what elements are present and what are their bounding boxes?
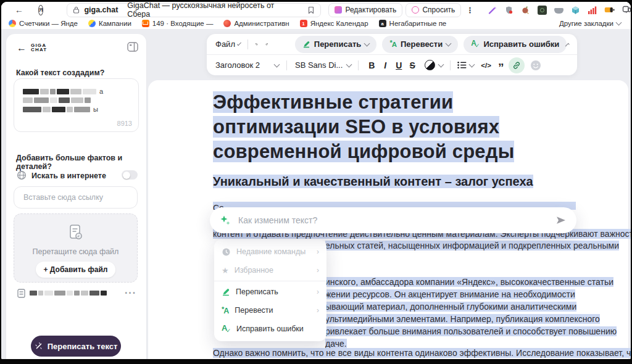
menu-item-fix-errors[interactable]: A✓ Исправить ошибки <box>214 320 326 338</box>
pen-extension-icon[interactable] <box>488 6 497 15</box>
chevron-down-icon <box>616 20 622 26</box>
file-icon <box>17 289 25 298</box>
sidebar-back-icon[interactable]: ← <box>17 43 27 53</box>
edit-icon <box>335 6 342 14</box>
chevron-right-icon: › <box>317 287 319 296</box>
calendar-favicon: 1 <box>300 20 307 27</box>
star-icon: ★ <box>222 266 229 275</box>
rewrite-text-cta[interactable]: Переписать текст <box>31 336 121 357</box>
font-select[interactable]: SB Sans Di... <box>295 60 343 70</box>
file-dropzone[interactable]: Перетащите сюда файл + Добавить файл <box>14 213 138 283</box>
command-input[interactable] <box>237 215 555 226</box>
document-title: Эффективные стратегии оптимизации SEO в … <box>213 90 514 164</box>
shield-extension-icon[interactable] <box>504 6 514 15</box>
code-button[interactable]: </> <box>481 62 491 69</box>
translate-button[interactable]: *A Перевести <box>382 36 458 53</box>
mail-favicon <box>142 20 149 27</box>
link-button[interactable] <box>509 57 525 73</box>
link-input-wrap <box>14 186 138 209</box>
tabs-extension-icon[interactable] <box>622 6 631 14</box>
lock-icon <box>73 6 80 14</box>
text-color-button[interactable] <box>425 60 435 70</box>
quote-button[interactable]: ” <box>498 65 504 71</box>
bookmarks-bar: Счетчики — Янде Кампании 149 · Входящие … <box>1 18 631 30</box>
command-menu: Недавние команды › ★ Избранное › Перепис… <box>214 239 326 341</box>
other-bookmarks-button[interactable]: Другие закладки <box>559 20 621 27</box>
link-input[interactable] <box>22 192 130 202</box>
battery-extension-icon[interactable] <box>604 6 615 14</box>
menu-item-favorites[interactable]: ★ Избранное › <box>214 261 326 279</box>
spellcheck-icon: A✓ <box>471 39 480 49</box>
prompt-textarea[interactable]: а ы 8913 <box>14 78 139 132</box>
clock-icon <box>222 247 231 257</box>
menu-item-translate[interactable]: *A Перевести › <box>214 301 326 320</box>
chevron-down-icon <box>469 61 475 67</box>
paragraph-style-select[interactable]: Заголовок 2 <box>215 60 260 70</box>
document-subheading: Уникальный и качественный контент – зало… <box>213 175 533 189</box>
spellcheck-icon: A✓ <box>222 324 231 334</box>
collapse-panel-icon[interactable] <box>127 42 138 52</box>
file-menu[interactable]: Файл <box>215 39 235 49</box>
list-button[interactable] <box>457 61 467 69</box>
redo-icon[interactable] <box>265 39 268 49</box>
document-icon <box>69 224 83 241</box>
ask-button[interactable]: Спросить <box>405 3 461 17</box>
char-counter: 8913 <box>117 120 132 127</box>
menu-divider <box>214 281 326 281</box>
search-internet-toggle[interactable] <box>122 170 138 180</box>
strikethrough-button[interactable]: S <box>406 60 418 70</box>
paragraph-line-fragment: ельных статей, насыщенных информацией и … <box>325 239 619 252</box>
chart-extension-icon[interactable] <box>588 6 597 14</box>
bold-button[interactable]: B <box>365 60 378 70</box>
cube-extension-icon[interactable] <box>571 6 580 15</box>
bookmark-item-calendar[interactable]: 1 Яндекс Календар <box>300 20 368 27</box>
sparkle-icon <box>220 215 231 226</box>
fix-errors-button[interactable]: A✓ Исправить ошибки <box>464 36 567 53</box>
chip-menu-dots[interactable]: ⋮ <box>466 6 474 15</box>
back-icon[interactable]: ← <box>15 6 23 14</box>
chevron-right-icon: › <box>317 306 319 315</box>
gray-extension-icon[interactable] <box>554 8 563 14</box>
menu-item-recent[interactable]: Недавние команды › <box>214 242 326 261</box>
bookmark-item-metrika[interactable]: Счетчики — Янде <box>9 20 78 27</box>
page-title: GigaChat — русскоязычная нейросеть от Сб… <box>127 2 299 19</box>
chevron-right-icon: › <box>317 266 319 275</box>
bookmark-item-inbox[interactable]: 149 · Входящие — <box>142 20 214 27</box>
chevron-right-icon: › <box>317 247 319 256</box>
chevron-down-icon <box>346 61 352 67</box>
link-icon <box>512 61 521 70</box>
file-menu-dots[interactable]: ··· <box>125 287 136 299</box>
italic-button[interactable]: I <box>379 60 391 70</box>
yandex-browser-icon[interactable]: Я <box>38 5 43 15</box>
add-file-button[interactable]: + Добавить файл <box>36 262 116 278</box>
chevron-down-icon <box>237 41 241 46</box>
gigachat-logo: GIGA CHAT <box>31 43 47 52</box>
undo-icon[interactable] <box>255 39 258 49</box>
rewrite-button[interactable]: Переписать <box>295 36 377 53</box>
menu-item-rewrite[interactable]: Переписать › <box>214 283 326 301</box>
send-icon[interactable] <box>555 215 567 225</box>
bookmark-item-oversized[interactable]: a Негабаритные пе <box>379 20 447 27</box>
address-bar[interactable]: giga.chat GigaChat — русскоязычная нейро… <box>67 3 321 17</box>
admin-favicon <box>223 20 231 27</box>
emoji-button[interactable] <box>530 60 541 71</box>
browser-window: ← Я giga.chat GigaChat — русскоязычная н… <box>1 2 631 359</box>
edit-button[interactable]: Редактировать <box>328 3 402 17</box>
bookmark-item-campaigns[interactable]: Кампании <box>88 20 131 27</box>
berry-extension-icon[interactable] <box>521 6 530 15</box>
dark-green-extension-icon[interactable] <box>538 6 547 15</box>
search-internet-label: Искать в интернете <box>31 172 106 180</box>
translate-icon: *A <box>222 306 229 315</box>
save-bookmark-icon[interactable] <box>307 6 315 14</box>
attached-file-row[interactable]: ··· <box>17 287 136 299</box>
dark-favicon: a <box>379 20 386 27</box>
document-page[interactable]: Эффективные стратегии оптимизации SEO в … <box>148 80 628 359</box>
editor-toolbar: Файл Переписать <box>207 34 577 75</box>
url-text: giga.chat <box>84 6 118 14</box>
paragraph-line: Однако важно помнить, что не все виды ко… <box>213 347 631 359</box>
underline-button[interactable]: U <box>393 60 405 70</box>
redacted-text: ы <box>23 105 138 113</box>
dropzone-hint: Перетащите сюда файл <box>14 247 137 256</box>
chevron-down-icon <box>274 61 280 67</box>
bookmark-item-admin[interactable]: Административн <box>223 20 289 27</box>
